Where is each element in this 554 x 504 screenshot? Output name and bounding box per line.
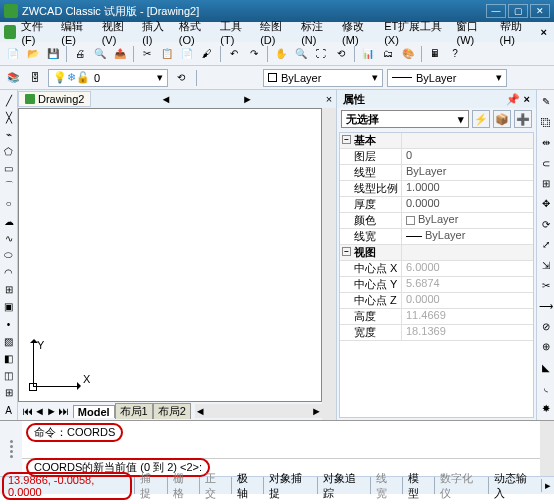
chamfer-icon[interactable]: ◣ xyxy=(537,359,555,376)
pan-icon[interactable]: ✋ xyxy=(272,45,290,63)
line-icon[interactable]: ╱ xyxy=(1,93,16,107)
status-otrack[interactable]: 对象追踪 xyxy=(317,477,370,494)
props-close-icon[interactable]: × xyxy=(524,93,530,105)
tp-icon[interactable]: 🎨 xyxy=(399,45,417,63)
array-icon[interactable]: ⊞ xyxy=(537,175,555,192)
rotate-icon[interactable]: ⟳ xyxy=(537,216,555,233)
cmd-drag-handle[interactable] xyxy=(0,421,22,476)
explode-icon[interactable]: ✸ xyxy=(537,400,555,417)
status-tablet[interactable]: 数字化仪 xyxy=(434,477,487,494)
status-osnap[interactable]: 对象捕捉 xyxy=(263,477,316,494)
ellipsearc-icon[interactable]: ◠ xyxy=(1,266,16,280)
revcloud-icon[interactable]: ☁ xyxy=(1,214,16,228)
pin-icon[interactable]: 📌 xyxy=(506,93,520,106)
quick-select-icon[interactable]: ⚡ xyxy=(472,110,490,128)
hatch-icon[interactable]: ▨ xyxy=(1,334,16,348)
zoom-rt-icon[interactable]: 🔍 xyxy=(292,45,310,63)
paste-icon[interactable]: 📄 xyxy=(178,45,196,63)
publish-icon[interactable]: 📤 xyxy=(111,45,129,63)
layout-tab-model[interactable]: Model xyxy=(73,405,115,418)
menu-tools[interactable]: 工具(T) xyxy=(217,17,255,48)
xline-icon[interactable]: ╳ xyxy=(1,110,16,124)
menu-insert[interactable]: 插入(I) xyxy=(139,17,174,48)
layout-tab-2[interactable]: 布局2 xyxy=(153,403,191,419)
menu-format[interactable]: 格式(O) xyxy=(176,17,216,48)
print-icon[interactable]: 🖨 xyxy=(71,45,89,63)
ltab-last-icon[interactable]: ⏭ xyxy=(58,405,69,417)
trim-icon[interactable]: ✂ xyxy=(537,277,555,294)
menu-window[interactable]: 窗口(W) xyxy=(453,17,494,48)
tab-nav-right[interactable]: ► xyxy=(240,92,254,106)
selection-dropdown[interactable]: 无选择▾ xyxy=(341,110,469,128)
rect-icon[interactable]: ▭ xyxy=(1,162,16,176)
ltab-prev-icon[interactable]: ◄ xyxy=(34,405,45,417)
menu-file[interactable]: 文件(F) xyxy=(18,17,56,48)
layer-prev-icon[interactable]: ⟲ xyxy=(172,69,190,87)
menu-help[interactable]: 帮助(H) xyxy=(497,17,536,48)
ellipse-icon[interactable]: ⬭ xyxy=(1,248,16,262)
status-polar[interactable]: 极轴 xyxy=(231,477,263,494)
layer-states-icon[interactable]: 🗄 xyxy=(26,69,44,87)
tab-nav-left[interactable]: ◄ xyxy=(159,92,173,106)
match-icon[interactable]: 🖌 xyxy=(198,45,216,63)
h-scrollbar[interactable]: ◄► xyxy=(195,404,322,418)
menu-et[interactable]: ET扩展工具(X) xyxy=(381,17,451,48)
linetype-selector[interactable]: ByLayer▾ xyxy=(387,69,507,87)
dc-icon[interactable]: 🗂 xyxy=(379,45,397,63)
layer-props-icon[interactable]: 📚 xyxy=(4,69,22,87)
undo-icon[interactable]: ↶ xyxy=(225,45,243,63)
layout-tab-1[interactable]: 布局1 xyxy=(115,403,153,419)
join-icon[interactable]: ⊕ xyxy=(537,338,555,355)
pline-icon[interactable]: ⌁ xyxy=(1,127,16,141)
arc-icon[interactable]: ⌒ xyxy=(1,179,16,194)
layer-selector[interactable]: 💡❄🔓0▾ xyxy=(48,69,168,87)
ltab-first-icon[interactable]: ⏮ xyxy=(22,405,33,417)
pickadd-icon[interactable]: ➕ xyxy=(514,110,532,128)
region-icon[interactable]: ◫ xyxy=(1,369,16,383)
gradient-icon[interactable]: ◧ xyxy=(1,351,16,365)
drawing-canvas[interactable]: Y X xyxy=(18,108,322,402)
table-icon[interactable]: ⊞ xyxy=(1,386,16,400)
calc-icon[interactable]: 🖩 xyxy=(426,45,444,63)
tab-close[interactable]: × xyxy=(322,92,336,106)
menu-modify[interactable]: 修改(M) xyxy=(339,17,379,48)
status-grid[interactable]: 栅格 xyxy=(167,477,199,494)
menu-view[interactable]: 视图(V) xyxy=(99,17,137,48)
copy-icon[interactable]: 📋 xyxy=(158,45,176,63)
select-obj-icon[interactable]: 📦 xyxy=(493,110,511,128)
status-snap[interactable]: 捕捉 xyxy=(134,477,166,494)
status-ortho[interactable]: 正交 xyxy=(199,477,231,494)
zoom-prev-icon[interactable]: ⟲ xyxy=(332,45,350,63)
props-icon[interactable]: 📊 xyxy=(359,45,377,63)
doc-close-button[interactable]: × xyxy=(538,24,550,40)
copy-obj-icon[interactable]: ⿻ xyxy=(537,113,555,130)
polygon-icon[interactable]: ⬠ xyxy=(1,145,16,159)
help-icon[interactable]: ? xyxy=(446,45,464,63)
extend-icon[interactable]: ⟶ xyxy=(537,297,555,314)
preview-icon[interactable]: 🔍 xyxy=(91,45,109,63)
mtext-icon[interactable]: A xyxy=(1,403,16,417)
status-model[interactable]: 模型 xyxy=(402,477,434,494)
menu-draw[interactable]: 绘图(D) xyxy=(257,17,296,48)
ltab-next-icon[interactable]: ► xyxy=(46,405,57,417)
status-coordinates[interactable]: 13.9866, -0.0058, 0.0000 xyxy=(2,472,132,500)
status-dyn[interactable]: 动态输入 xyxy=(488,477,541,494)
circle-icon[interactable]: ○ xyxy=(1,197,16,211)
move-icon[interactable]: ✥ xyxy=(537,195,555,212)
doc-tab-active[interactable]: Drawing2 xyxy=(18,91,91,107)
status-lwt[interactable]: 线宽 xyxy=(370,477,402,494)
menu-edit[interactable]: 编辑(E) xyxy=(58,17,96,48)
save-icon[interactable]: 💾 xyxy=(44,45,62,63)
v-scrollbar[interactable] xyxy=(322,108,336,420)
new-icon[interactable]: 📄 xyxy=(4,45,22,63)
block-icon[interactable]: ▣ xyxy=(1,300,16,314)
break-icon[interactable]: ⊘ xyxy=(537,318,555,335)
zoom-win-icon[interactable]: ⛶ xyxy=(312,45,330,63)
fillet-icon[interactable]: ◟ xyxy=(537,379,555,396)
point-icon[interactable]: • xyxy=(1,317,16,331)
spline-icon[interactable]: ∿ xyxy=(1,231,16,245)
stretch-icon[interactable]: ⇲ xyxy=(537,257,555,274)
scale-icon[interactable]: ⤢ xyxy=(537,236,555,253)
menu-dim[interactable]: 标注(N) xyxy=(298,17,337,48)
erase-icon[interactable]: ✎ xyxy=(537,93,555,110)
